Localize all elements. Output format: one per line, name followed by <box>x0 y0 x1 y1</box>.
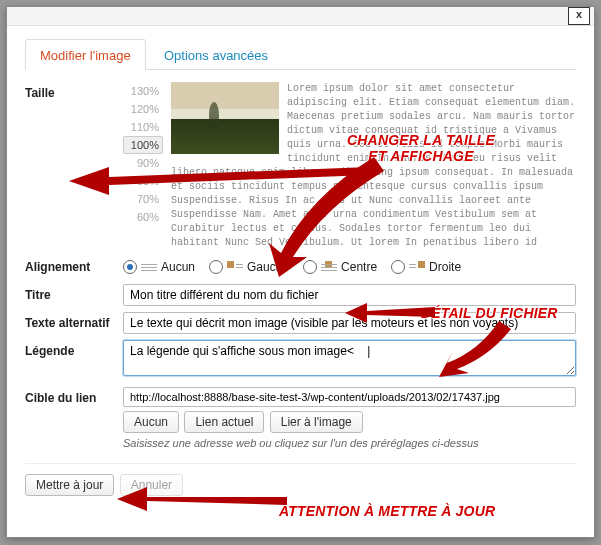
tab-advanced-options[interactable]: Options avancées <box>149 39 283 70</box>
align-right-label: Droite <box>429 260 461 274</box>
align-none-label: Aucun <box>161 260 195 274</box>
radio-icon <box>303 260 317 274</box>
label-alignment: Alignement <box>25 256 123 274</box>
align-left-label: Gauche <box>247 260 289 274</box>
label-link-target: Cible du lien <box>25 387 123 405</box>
size-60[interactable]: 60% <box>123 208 163 226</box>
align-none[interactable]: Aucun <box>123 260 195 274</box>
size-130[interactable]: 130% <box>123 82 163 100</box>
size-100[interactable]: 100% <box>123 136 163 154</box>
title-input[interactable] <box>123 284 576 306</box>
size-120[interactable]: 120% <box>123 100 163 118</box>
radio-icon <box>123 260 137 274</box>
link-image-button[interactable]: Lier à l'image <box>270 411 363 433</box>
close-button[interactable]: x <box>568 7 590 25</box>
link-url-input[interactable] <box>123 387 576 407</box>
size-90[interactable]: 90% <box>123 154 163 172</box>
annotation-update: ATTENTION À METTRE À JOUR <box>279 503 495 519</box>
link-current-button[interactable]: Lien actuel <box>184 411 264 433</box>
align-right-icon <box>409 261 425 273</box>
size-70[interactable]: 70% <box>123 190 163 208</box>
size-110[interactable]: 110% <box>123 118 163 136</box>
label-title: Titre <box>25 284 123 302</box>
align-center-icon <box>321 261 337 273</box>
preview-area: Lorem ipsum dolor sit amet consectetur a… <box>171 82 576 250</box>
tab-edit-image[interactable]: Modifier l'image <box>25 39 146 70</box>
radio-icon <box>209 260 223 274</box>
update-button[interactable]: Mettre à jour <box>25 474 114 496</box>
link-none-button[interactable]: Aucun <box>123 411 179 433</box>
label-caption: Légende <box>25 340 123 358</box>
align-center-label: Centre <box>341 260 377 274</box>
align-center[interactable]: Centre <box>303 260 377 274</box>
tabs: Modifier l'image Options avancées <box>25 38 576 70</box>
align-right[interactable]: Droite <box>391 260 461 274</box>
cancel-button[interactable]: Annuler <box>120 474 183 496</box>
caption-textarea[interactable] <box>123 340 576 376</box>
image-thumbnail <box>171 82 279 154</box>
align-none-icon <box>141 261 157 273</box>
align-left[interactable]: Gauche <box>209 260 289 274</box>
align-left-icon <box>227 261 243 273</box>
size-80[interactable]: 80% <box>123 172 163 190</box>
dialog-footer: Mettre à jour Annuler <box>25 463 576 496</box>
radio-icon <box>391 260 405 274</box>
label-alt-text: Texte alternatif <box>25 312 123 330</box>
image-edit-dialog: x Modifier l'image Options avancées Tail… <box>6 6 595 538</box>
size-list: 130% 120% 110% 100% 90% 80% 70% 60% <box>123 82 163 226</box>
dialog-titlebar: x <box>7 7 594 26</box>
link-helper-text: Saisissez une adresse web ou cliquez sur… <box>123 437 576 449</box>
alt-text-input[interactable] <box>123 312 576 334</box>
label-size: Taille <box>25 82 123 100</box>
